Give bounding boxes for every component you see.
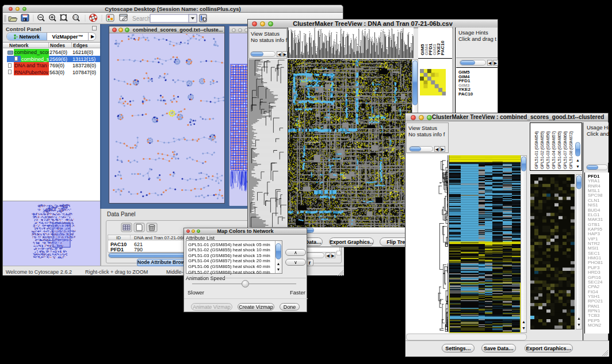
svg-text:Search:: Search: xyxy=(132,16,152,22)
svg-text:1:1: 1:1 xyxy=(74,16,78,19)
